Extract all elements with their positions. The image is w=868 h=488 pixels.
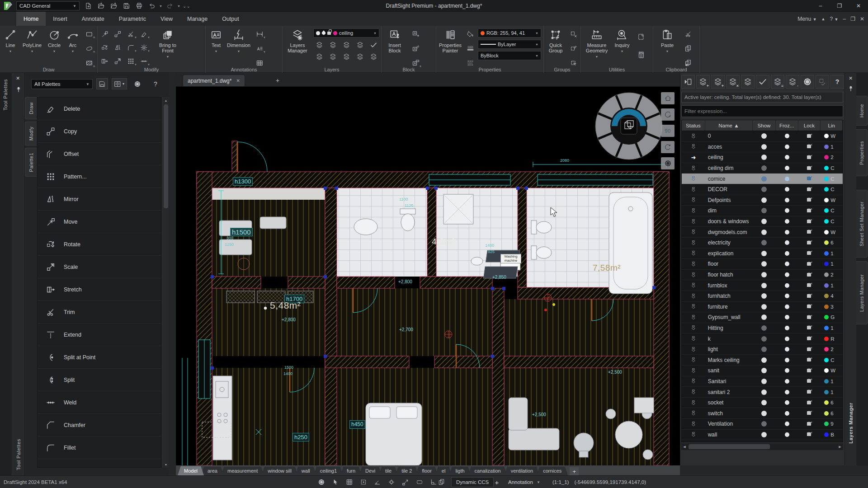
roll-button[interactable] xyxy=(661,141,675,153)
copy-tool-icon[interactable] xyxy=(112,28,123,39)
scale-tool-icon[interactable] xyxy=(112,56,123,66)
entity-track-toggle[interactable] xyxy=(400,477,411,488)
column-header-froz[interactable]: Froz... xyxy=(776,120,798,131)
column-header-status[interactable]: Status xyxy=(682,120,705,131)
dimension-button[interactable]: Dimension▼ xyxy=(226,28,252,54)
customize-qat-icon[interactable]: ⌄⌄ xyxy=(183,4,186,9)
mdi-minimize-icon[interactable]: – xyxy=(843,16,846,22)
palette-item-offset[interactable]: Offset xyxy=(38,143,161,165)
ellipse-icon[interactable]: ▼ xyxy=(83,43,95,54)
layer-row-sanit[interactable]: sanitW xyxy=(682,366,843,376)
redo-icon[interactable] xyxy=(165,1,175,11)
scroll-up-icon[interactable]: ▲ xyxy=(163,97,169,103)
minimize-button[interactable]: – xyxy=(811,0,830,12)
sheet-tab-floor[interactable]: floor xyxy=(415,466,438,475)
layer-states-button[interactable]: ≡ xyxy=(771,75,784,89)
layer-tool-8-icon[interactable] xyxy=(340,51,352,62)
layer-row-electricity[interactable]: electricity6 xyxy=(682,238,843,249)
column-header-lin[interactable]: Lin xyxy=(821,120,843,131)
rectangle-icon[interactable]: ▼ xyxy=(83,28,95,39)
palette-item-delete[interactable]: Delete xyxy=(38,98,161,120)
polar-tracking-toggle[interactable] xyxy=(372,477,383,488)
restore-button[interactable]: ❐ xyxy=(830,0,849,12)
layer-row-socket[interactable]: socket6 xyxy=(682,398,843,408)
help-button[interactable]: ? ▼ xyxy=(830,16,839,22)
palette-scroll-thumb[interactable] xyxy=(164,104,168,208)
copy-with-basepoint-icon[interactable] xyxy=(635,31,647,42)
layer-row-dwgmodels-com[interactable]: dwgmodels.comW xyxy=(682,227,843,238)
palette-item-extend[interactable]: Extend xyxy=(38,324,161,346)
sheet-tab-area[interactable]: area xyxy=(201,466,224,475)
palette-close-icon[interactable]: ✕ xyxy=(16,75,20,81)
palette-save-icon[interactable] xyxy=(96,78,108,89)
quick-group-button[interactable]: Quick Group xyxy=(545,28,566,53)
arc-button[interactable]: Arc▼ xyxy=(64,28,81,54)
lineweight-icon[interactable] xyxy=(464,43,476,54)
palette-item-weld[interactable]: Weld xyxy=(38,391,161,414)
menu-button[interactable]: Menu ▼ xyxy=(797,16,816,22)
sheet-tab-canalization[interactable]: canalization xyxy=(468,466,507,475)
workspace-select[interactable]: CAD General▼ xyxy=(16,1,80,10)
open-recent-icon[interactable] xyxy=(108,1,119,11)
layer-row-ventilation[interactable]: Ventilation9 xyxy=(682,419,843,430)
fill-color-icon[interactable] xyxy=(464,28,476,39)
new-file-icon[interactable] xyxy=(83,1,94,11)
layer-row-furnblox[interactable]: furnblox1 xyxy=(682,280,843,291)
layer-row-gypsum-wall[interactable]: Gypsum_wallG xyxy=(682,312,843,323)
palette-filter-dropdown[interactable]: All Palettes▼ xyxy=(31,79,93,89)
palette-item-split-at-point[interactable]: Split at Point xyxy=(38,346,161,369)
rotate-tool-icon[interactable] xyxy=(99,42,110,53)
undo-dropdown-icon[interactable]: ▼ xyxy=(159,5,163,8)
palette-item-fillet[interactable]: Fillet xyxy=(38,436,161,459)
layer-row-light[interactable]: light2 xyxy=(682,344,843,355)
column-header-show[interactable]: Show xyxy=(753,120,776,131)
sheet-tab-furn[interactable]: furn xyxy=(340,466,362,475)
new-document-tab-icon[interactable]: + xyxy=(273,76,282,85)
fillet-tool-icon[interactable]: ▼ xyxy=(125,42,137,53)
layer-activate-button[interactable] xyxy=(756,75,769,89)
layer-row-decor[interactable]: DECORC xyxy=(682,184,843,195)
layer-row-acces[interactable]: acces1 xyxy=(682,142,843,153)
sheet-tab-ventilation[interactable]: ventilation xyxy=(505,466,540,475)
layer-row-furniture[interactable]: furniture3 xyxy=(682,302,843,313)
layer-row-sanitari[interactable]: Sanitari1 xyxy=(682,376,843,387)
column-header-lock[interactable]: Lock xyxy=(798,120,821,131)
ribbon-tab-home[interactable]: Home xyxy=(16,12,46,26)
palette-item-trim[interactable]: Trim xyxy=(38,301,161,324)
palette-pin-icon[interactable] xyxy=(15,86,22,93)
edit-block-icon[interactable] xyxy=(410,43,421,54)
print-icon[interactable] xyxy=(134,1,145,11)
dock-tab-sheet-set-manager[interactable]: Sheet Set Manager xyxy=(856,190,868,258)
dimension-style-icon[interactable]: ▼ xyxy=(254,28,265,39)
layer-row-hitting[interactable]: Hitting1 xyxy=(682,323,843,334)
open-file-icon[interactable] xyxy=(96,1,107,11)
paste-button[interactable]: Paste▼ xyxy=(657,28,678,54)
sheet-tab-tile[interactable]: tile xyxy=(379,466,398,475)
dock-tab-home[interactable]: Home xyxy=(856,96,868,126)
bring-to-front-button[interactable]: Bring to Front▼ xyxy=(153,28,183,60)
layer-row-0[interactable]: 0W xyxy=(682,131,843,142)
layer-restore-button[interactable] xyxy=(816,75,829,89)
hscroll-right-icon[interactable]: ▶ xyxy=(837,443,843,450)
sheet-tab-wall[interactable]: wall xyxy=(295,466,316,475)
make-block-icon[interactable] xyxy=(410,28,421,39)
palette-tab-palette1[interactable]: Palette1 xyxy=(25,148,37,177)
palette-item-stretch[interactable]: Stretch xyxy=(38,278,161,301)
line-color-dropdown[interactable]: RGB: 255, 94, 41▼ xyxy=(478,28,541,38)
annotation-scale-dropdown[interactable]: Annotation▼ xyxy=(505,477,543,487)
palette-scrollbar[interactable]: ▲ ▼ xyxy=(162,97,169,468)
layer-filter-input[interactable]: Filter expression... xyxy=(681,105,843,117)
layer-row-sanitari-2[interactable]: sanitari 21 xyxy=(682,387,843,398)
linestyle-dropdown[interactable]: ByBlock▼ xyxy=(478,51,541,60)
ribbon-tab-view[interactable]: View xyxy=(153,12,180,26)
ribbon-tab-parametric[interactable]: Parametric xyxy=(112,12,153,26)
hscroll-thumb[interactable] xyxy=(689,444,770,449)
dock-tab-layers-manager[interactable]: Layers Manager xyxy=(856,261,868,324)
column-header-name[interactable]: Name ▲ xyxy=(705,120,753,131)
entity-snap-toggle[interactable] xyxy=(386,477,397,488)
sheet-tab-devi[interactable]: Devi xyxy=(359,466,382,475)
snap-toggle[interactable] xyxy=(358,477,369,488)
cut-icon[interactable] xyxy=(682,28,694,39)
inquiry-button[interactable]: Inquiry▼ xyxy=(612,28,632,54)
layer-tool-1-icon[interactable] xyxy=(313,39,325,50)
